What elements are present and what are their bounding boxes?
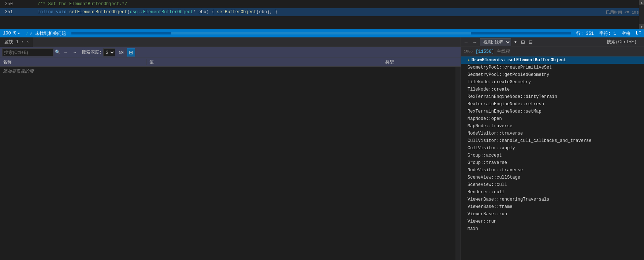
filter-btn[interactable]: ▼ xyxy=(513,38,518,46)
stack-func-name: GeometryPool::getPooledGeometry xyxy=(468,72,549,77)
grid-btn[interactable]: ⊞ xyxy=(127,48,135,56)
stack-item[interactable]: main xyxy=(461,225,644,232)
stack-item[interactable]: Group::traverse xyxy=(461,159,644,166)
thread-header: 1006 [11556] 主线程 xyxy=(461,47,644,56)
watch-add-hint[interactable]: 添加要监视的项 xyxy=(0,67,461,76)
callstack-forward-btn[interactable]: → xyxy=(471,38,479,46)
depth-select[interactable]: 3 1 2 4 5 xyxy=(103,48,115,56)
watch-nav-next-btn[interactable]: → xyxy=(71,48,79,56)
stack-item[interactable]: RexTerrainEngineNode::dirtyTerrain xyxy=(461,93,644,100)
editor-scrollbar: ▲ ▼ xyxy=(639,0,644,29)
space-info: 空格 xyxy=(622,30,630,37)
stack-item[interactable]: RexTerrainEngineNode::setMap xyxy=(461,108,644,115)
code-lines: 350 /** Set the ElementBufferObject.*/ 3… xyxy=(0,0,639,29)
stack-func-name: GeometryPool::createPrimitiveSet xyxy=(468,65,552,70)
line-number-350: 350 xyxy=(0,1,16,7)
stack-func-name: ViewerBase::frame xyxy=(468,204,512,209)
call-stack-panel: ← → 视图: 线程 视图: 任务 ▼ ⊞ ⊟ 搜索(Ctrl+E) 1006 … xyxy=(461,37,644,260)
stack-func-name: Group::accept xyxy=(468,153,502,158)
editor-area: 350 /** Set the ElementBufferObject.*/ 3… xyxy=(0,0,644,29)
stack-item[interactable]: MapNode::traverse xyxy=(461,122,644,130)
editor-scroll-track[interactable] xyxy=(71,32,571,34)
stack-func-name: RexTerrainEngineNode::dirtyTerrain xyxy=(468,94,557,99)
stack-func-name: CullVisitor::handle_cull_callbacks_and_t… xyxy=(468,138,591,143)
watch-col-type-header: 类型 xyxy=(382,59,455,65)
stack-func-name: RexTerrainEngineNode::refresh xyxy=(468,102,544,107)
zoom-value: 100 % xyxy=(3,31,16,36)
stack-item[interactable]: SceneView::cull xyxy=(461,181,644,188)
stack-func-name: ViewerBase::renderingTraversals xyxy=(468,197,549,202)
search-icon: 🔍 xyxy=(55,50,60,55)
stack-arrow-icon: ➤ xyxy=(468,58,470,63)
scroll-up-btn[interactable]: ▲ xyxy=(639,0,644,5)
line-info: 行: 351 xyxy=(576,30,594,37)
stack-item[interactable]: GeometryPool::getPooledGeometry xyxy=(461,71,644,78)
stack-item[interactable]: Group::accept xyxy=(461,152,644,159)
call-stack-toolbar: ← → 视图: 线程 视图: 任务 ▼ ⊞ ⊟ 搜索(Ctrl+E) xyxy=(461,37,644,47)
watch-tab-bar: 监视 1 🖈 × xyxy=(0,37,461,47)
line-hint-351: 已用时间 <= 1ms xyxy=(606,10,639,15)
match-case-btn[interactable]: ab| xyxy=(117,48,126,56)
watch-tab-close-btn[interactable]: × xyxy=(26,40,29,44)
stack-item[interactable]: SceneView::cullStage xyxy=(461,174,644,181)
stack-item[interactable]: GeometryPool::createPrimitiveSet xyxy=(461,64,644,71)
stack-func-name: SceneView::cull xyxy=(468,182,507,187)
call-stack-list[interactable]: ➤DrawElements::setElementBufferObjectGeo… xyxy=(461,56,644,260)
stack-func-name: DrawElements::setElementBufferObject xyxy=(472,58,566,63)
stack-func-name: Viewer::run xyxy=(468,219,496,224)
stack-func-name: TileNode::createGeometry xyxy=(468,80,531,85)
stack-item[interactable]: TileNode::create xyxy=(461,86,644,93)
stack-item[interactable]: CullVisitor::handle_cull_callbacks_and_t… xyxy=(461,137,644,144)
stack-item[interactable]: ViewerBase::frame xyxy=(461,203,644,210)
scroll-down-btn[interactable]: ▼ xyxy=(639,24,644,29)
watch-tab-label: 监视 1 xyxy=(4,39,18,45)
stack-func-name: MapNode::traverse xyxy=(468,124,512,129)
no-issues-label: ✓ 未找到相关问题 xyxy=(30,30,66,37)
watch-tab-1[interactable]: 监视 1 🖈 × xyxy=(0,37,33,47)
collapse-btn[interactable]: ⊟ xyxy=(528,38,534,46)
stack-item[interactable]: CullVisitor::apply xyxy=(461,144,644,152)
view-select[interactable]: 视图: 线程 视图: 任务 xyxy=(480,38,511,46)
line-content-351: inline void setElementBufferObject(osg::… xyxy=(16,10,602,15)
code-line-350: 350 /** Set the ElementBufferObject.*/ xyxy=(0,0,639,8)
check-icon: ✓ xyxy=(26,31,28,36)
watch-col-name-header: 名称 xyxy=(0,59,146,65)
stack-func-name: SceneView::cullStage xyxy=(468,175,520,180)
expand-btn[interactable]: ⊞ xyxy=(520,38,526,46)
thread-number: 1006 xyxy=(464,50,473,54)
zoom-item[interactable]: 100 % ▾ xyxy=(3,31,20,36)
watch-toolbar: 🔍 ← → 搜索深度: 3 1 2 4 5 ab| ⊞ xyxy=(0,47,461,58)
stack-item[interactable]: MapNode::open xyxy=(461,115,644,122)
stack-func-name: Renderer::cull xyxy=(468,190,505,195)
watch-tab-pin-icon: 🖈 xyxy=(21,40,24,44)
stack-func-name: ViewerBase::run xyxy=(468,212,507,217)
stack-item[interactable]: RexTerrainEngineNode::refresh xyxy=(461,100,644,108)
stack-item[interactable]: Viewer::run xyxy=(461,218,644,225)
editor-scroll-thumb xyxy=(171,32,471,34)
stack-item[interactable]: NodeVisitor::traverse xyxy=(461,166,644,174)
watch-search-input[interactable] xyxy=(2,48,53,56)
editor-main: 350 /** Set the ElementBufferObject.*/ 3… xyxy=(0,0,639,29)
stack-item[interactable]: Renderer::cull xyxy=(461,188,644,196)
stack-func-name: NodeVisitor::traverse xyxy=(468,168,523,173)
callstack-back-btn[interactable]: ← xyxy=(462,38,470,46)
stack-item[interactable]: NodeVisitor::traverse xyxy=(461,130,644,137)
watch-nav-prev-btn[interactable]: ← xyxy=(62,48,70,56)
zoom-dropdown-icon: ▾ xyxy=(18,31,20,36)
stack-item[interactable]: ➤DrawElements::setElementBufferObject xyxy=(461,56,644,64)
stack-func-name: NodeVisitor::traverse xyxy=(468,131,523,136)
stack-func-name: MapNode::open xyxy=(468,116,502,121)
search-label: 搜索(Ctrl+E) xyxy=(607,39,637,45)
encoding-info: LF xyxy=(636,31,641,36)
watch-panel: 监视 1 🖈 × 🔍 ← → 搜索深度: 3 1 2 4 5 ab| ⊞ 名称 xyxy=(0,37,461,260)
thread-name: 主线程 xyxy=(497,48,510,55)
stack-item[interactable]: ViewerBase::renderingTraversals xyxy=(461,196,644,203)
thread-id: [11556] xyxy=(476,49,494,54)
line-content-350: /** Set the ElementBufferObject.*/ xyxy=(16,1,639,7)
stack-item[interactable]: ViewerBase::run xyxy=(461,210,644,218)
code-line-351[interactable]: 351 inline void setElementBufferObject(o… xyxy=(0,8,639,16)
depth-label: 搜索深度: xyxy=(82,49,102,55)
stack-item[interactable]: TileNode::createGeometry xyxy=(461,78,644,86)
status-bar: 100 % ▾ ✓ ✓ 未找到相关问题 行: 351 字符: 1 空格 LF xyxy=(0,29,644,37)
watch-scrollbar xyxy=(455,67,461,260)
